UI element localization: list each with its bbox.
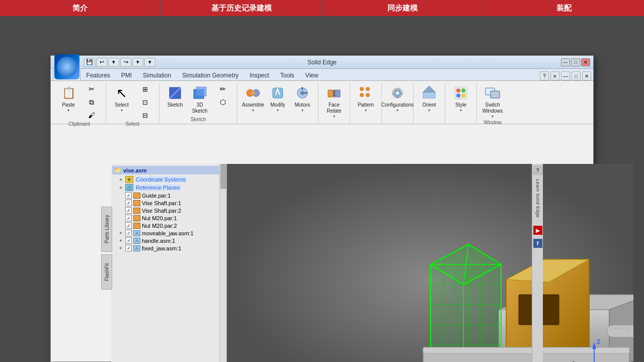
cb-nut2[interactable]: ✓ [125,222,132,229]
tab-tools[interactable]: Tools [275,70,300,80]
banner-assembly[interactable]: 装配 [484,0,645,16]
right-btn-1[interactable]: ? [533,166,542,175]
facebook-btn[interactable]: f [533,239,542,248]
cut-button[interactable]: ✂ [82,83,102,95]
tree-item-fixed[interactable]: + ✓ A fixed_jaw.asm:1 [112,244,225,252]
tree-scroll-thumb[interactable] [220,164,226,189]
cb-shaft2[interactable]: ✓ [125,207,132,214]
config-button[interactable]: Configurations ▾ [386,83,409,114]
svg-point-6 [251,91,255,95]
cb-shaft1[interactable]: ✓ [125,200,132,206]
svg-rect-31 [491,91,500,98]
assemble-icon [244,84,262,102]
tree-item-shaft2[interactable]: ✓ Vise Shaft.par:2 [112,207,225,214]
cb-moveable[interactable]: ✓ [125,230,132,236]
format-btn[interactable]: ≡ [550,71,559,80]
tab-inspect[interactable]: Inspect [244,70,275,80]
cb-nut1[interactable]: ✓ [125,215,132,221]
tab-sim-geometry[interactable]: Simulation Geometry [177,70,244,80]
tree-item-planes[interactable]: + ◫ Reference Planes [112,184,225,192]
face-relate-button[interactable]: FaceRelate ▾ [323,83,346,120]
undo-dropdown[interactable]: ▾ [108,58,119,67]
format-paint-button[interactable]: 🖌 [82,109,102,121]
style-button[interactable]: Style ▾ [449,83,472,114]
svg-rect-23 [423,92,435,98]
sketch-tool1[interactable]: ✏ [213,83,233,95]
banner-sync[interactable]: 同步建模 [323,0,484,16]
viewport[interactable]: Z X [227,164,633,362]
sketch-tool2[interactable]: ⬡ [213,96,233,108]
orient-button[interactable]: Orient ▾ [418,83,441,114]
tab-pmi[interactable]: PMI [116,70,137,80]
save-quick-btn[interactable]: 💾 [84,58,95,67]
fixed-label: fixed_jaw.asm:1 [142,245,181,251]
maximize-btn[interactable]: □ [571,58,580,66]
planes-label: Reference Planes [135,185,181,191]
switch-windows-label: SwitchWindows [482,102,503,114]
config-content: Configurations ▾ [386,83,409,122]
ribbon-close-btn[interactable]: ✕ [582,71,591,80]
sketch-button[interactable]: Sketch [164,83,187,109]
select-tool3[interactable]: ⊡ [135,96,155,108]
expand-planes-icon: + [119,185,125,191]
youtube-btn[interactable]: ▶ [533,226,542,235]
close-btn[interactable]: ✕ [581,58,590,66]
select-tool4[interactable]: ⊟ [135,109,155,121]
ribbon-right-controls: ? ≡ — □ ✕ [540,71,593,80]
ribbon-tabs: Home Features PMI Simulation Simulation … [51,69,593,81]
tree-item-moveable[interactable]: + ✓ A moveable_jaw.asm:1 [112,229,225,237]
help-btn[interactable]: ? [540,71,549,80]
ribbon-minimize-btn[interactable]: — [561,71,570,80]
redo-dropdown[interactable]: ▾ [132,58,143,67]
nut1-icon [133,215,140,221]
cb-guide[interactable]: ✓ [125,192,132,199]
ribbon-restore-btn[interactable]: □ [572,71,581,80]
sketch-tool2-icon: ⬡ [217,97,229,108]
face-relate-dropdown: ▾ [333,114,335,119]
tree-item-nut2[interactable]: ✓ Nut M20.par:2 [112,222,225,229]
select-label: Select [126,121,140,128]
copy-button[interactable]: ⧉ [82,96,102,108]
pattern-button[interactable]: Pattern ▾ [354,83,377,114]
tab-view[interactable]: View [300,70,324,80]
modify-button[interactable]: Modify ▾ [266,83,289,114]
right-panel: ? Learn Solid Edge ▶ f [532,164,543,362]
sketch3d-button[interactable]: 3DSketch [188,83,211,115]
banner-intro[interactable]: 简介 [0,0,162,16]
moveable-label: moveable_jaw.asm:1 [142,230,194,236]
motors-button[interactable]: Motors ▾ [291,83,314,114]
parts-library-tab[interactable]: Parts Library [101,207,112,252]
select-tool2[interactable]: ⊞ [135,83,155,95]
learn-solid-edge-tab[interactable]: Learn Solid Edge [535,179,540,218]
tab-simulation[interactable]: Simulation [137,70,177,80]
tree-item-nut1[interactable]: ✓ Nut M20.par:1 [112,214,225,222]
youtube-icon: ▶ [536,228,540,233]
tree-item-handle[interactable]: + ✓ A handle.asm:1 [112,237,225,244]
tree-item-coord[interactable]: + ⊕ Coordinate Systems [112,175,225,184]
minimize-btn[interactable]: — [561,58,570,66]
tree-root[interactable]: 📁 vise.asm [112,166,225,174]
tree-item-guide[interactable]: ✓ Guide.par:1 [112,192,225,199]
style-label: Style [455,102,466,108]
config-label: Configurations [381,102,414,108]
svg-rect-3 [196,87,206,96]
select-button[interactable]: ↖ Select ▾ [110,83,133,114]
tree-scrollbar[interactable] [219,164,226,362]
svg-point-22 [396,92,399,95]
tab-features[interactable]: Features [80,70,115,80]
assemble-group: Assemble ▾ Modify ▾ [237,83,318,123]
redo-btn[interactable]: ↪ [120,58,131,67]
switch-windows-button[interactable]: SwitchWindows ▾ [481,83,504,120]
cb-handle[interactable]: ✓ [125,237,132,244]
customize-btn[interactable]: ▾ [144,58,155,67]
assemble-button[interactable]: Assemble ▾ [242,83,265,114]
cb-fixed[interactable]: ✓ [125,245,132,251]
tree-root-label: vise.asm [123,167,146,173]
banner-history[interactable]: 基于历史记录建模 [162,0,323,16]
paste-button[interactable]: 📋 Paste ▾ [57,83,80,114]
tree-item-shaft1[interactable]: ✓ Vise Shaft.par:1 [112,199,225,207]
undo-btn[interactable]: ↩ [96,58,107,67]
select-label: Select [115,102,129,108]
select-dropdown-icon: ▾ [121,108,123,113]
flashfit-tab[interactable]: FlashFit [101,254,112,290]
